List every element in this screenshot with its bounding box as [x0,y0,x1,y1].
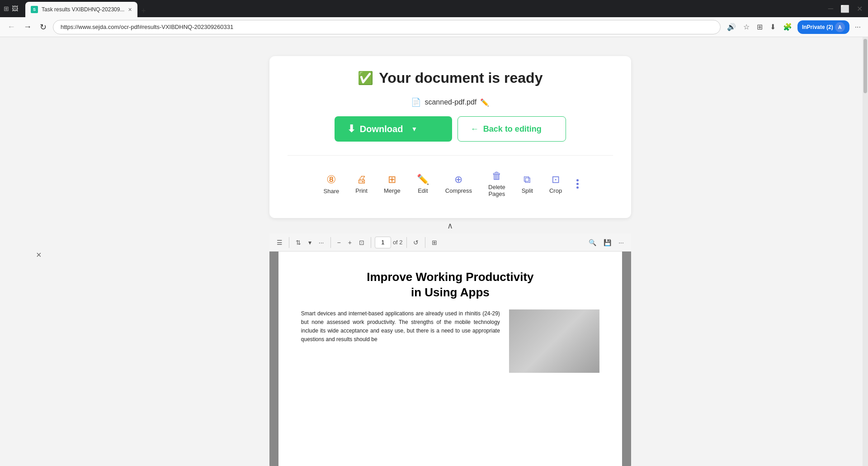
favorites-button[interactable]: ☆ [741,21,751,33]
window-close-button[interactable]: ✕ [855,3,864,15]
booklet-button[interactable]: ⊞ [429,237,440,248]
pdf-sort-dropdown-button[interactable]: ▾ [306,237,314,248]
pdf-viewer-toolbar: ☰ ⇅ ▾ ··· − + ⊡ of 2 ↺ ⊞ 🔍 💾 ··· [269,233,631,252]
separator [406,237,407,248]
tab-title: Task results VXIBDHNQ-202309... [42,6,124,13]
scrollbar[interactable] [863,37,868,466]
edit-button[interactable]: ✏️ Edit [410,170,436,198]
extensions-button[interactable]: 🧩 [781,21,794,33]
delete-pages-icon: 🗑 [492,170,502,182]
separator [425,237,425,248]
minimize-button[interactable]: ─ [826,3,835,15]
action-buttons: ⬇ Download ▼ ← Back to editing [288,116,613,142]
separator [289,237,289,248]
divider [288,155,613,156]
pdf-text: Smart devices and internet-based applica… [301,309,500,373]
merge-button[interactable]: ⊞ Merge [377,170,408,198]
refresh-button[interactable]: ↻ [38,20,48,34]
pdf-page: Improve Working Productivity in Using Ap… [278,252,622,466]
print-button[interactable]: 🖨 Print [348,170,375,198]
separator [330,237,331,248]
avatar: A [835,22,845,32]
pdf-body: Smart devices and internet-based applica… [301,309,599,373]
file-info: 📄 scanned-pdf.pdf ✏️ [288,97,613,107]
ready-header: ✅ Your document is ready [288,70,613,86]
delete-pages-button[interactable]: 🗑 DeletePages [481,166,513,201]
collapse-icon: ∧ [447,221,453,231]
scroll-thumb[interactable] [863,39,867,93]
maximize-button[interactable]: ⬜ [839,3,851,15]
browser-tab[interactable]: S Task results VXIBDHNQ-202309... × [25,2,137,17]
new-tab-button[interactable]: + [137,5,150,17]
read-aloud-button[interactable]: 🔊 [725,21,738,33]
download-button[interactable]: ⬇ Download ▼ [335,116,452,142]
back-arrow-icon: ← [471,124,479,134]
pdf-sort-button[interactable]: ⇅ [293,237,304,248]
address-bar: ← → ↻ 🔊 ☆ ⊞ ⬇ 🧩 InPrivate (2) A ··· [0,17,868,37]
compress-icon: ⊕ [454,174,462,185]
crop-icon: ⊡ [552,174,560,185]
sidebar-toggle-button[interactable]: ⊞ [755,21,764,33]
pdf-document-title: Improve Working Productivity in Using Ap… [301,270,599,300]
split-button[interactable]: ⧉ Split [514,170,540,198]
page-count: of 2 [393,239,403,246]
ready-title: Your document is ready [379,70,542,86]
sidebar [0,37,36,466]
save-button[interactable]: 💾 [601,237,614,248]
dot-icon [576,183,579,185]
overlay-close-button[interactable]: × [36,41,42,466]
pdf-more2-button[interactable]: ··· [616,237,627,248]
tab-close-button[interactable]: × [128,6,132,13]
inprivate-badge: InPrivate (2) A [797,20,849,34]
pdf-image [509,309,599,373]
edit-icon: ✏️ [417,174,429,185]
document-ready-card: ✅ Your document is ready 📄 scanned-pdf.p… [269,56,631,218]
rotate-button[interactable]: ↺ [410,237,421,248]
forward-nav-button[interactable]: → [22,20,33,33]
separator [371,237,371,248]
tab-favicon: S [31,6,38,13]
collapse-bar[interactable]: ∧ [444,218,456,233]
dot-icon [576,179,579,181]
browser-actions: 🔊 ☆ ⊞ ⬇ 🧩 InPrivate (2) A ··· [725,20,863,34]
merge-icon: ⊞ [388,174,396,185]
pdf-preview: Improve Working Productivity in Using Ap… [269,252,631,466]
download-icon: ⬇ [347,123,355,135]
share-icon: ⑧ [326,173,336,186]
split-icon: ⧉ [524,174,531,185]
pdf-thumbnails-button[interactable]: ☰ [274,237,285,248]
zoom-in-button[interactable]: + [345,237,354,248]
page-number-input[interactable] [375,237,391,248]
back-to-editing-button[interactable]: ← Back to editing [458,116,566,142]
zoom-out-button[interactable]: − [335,237,344,248]
share-button[interactable]: ⑧ Share [316,170,347,198]
pdf-more-button[interactable]: ··· [316,237,327,248]
dot-icon [576,186,579,189]
file-name: scanned-pdf.pdf [425,98,476,106]
fit-page-button[interactable]: ⊡ [356,237,367,248]
print-icon: 🖨 [357,174,367,185]
compress-button[interactable]: ⊕ Compress [438,170,479,198]
search-button[interactable]: 🔍 [586,237,599,248]
more-tools-button[interactable] [571,176,584,192]
crop-button[interactable]: ⊡ Crop [542,170,569,198]
back-nav-button[interactable]: ← [5,20,17,33]
file-icon: 📄 [411,97,421,107]
downloads-button[interactable]: ⬇ [768,21,778,33]
rename-icon[interactable]: ✏️ [480,98,489,107]
browser-titlebar: ⊞ 🖼 S Task results VXIBDHNQ-202309... × … [0,0,868,17]
check-icon: ✅ [358,71,373,86]
dropdown-arrow-icon: ▼ [411,125,417,133]
browser-more-button[interactable]: ··· [853,21,863,33]
address-input[interactable] [53,20,721,34]
tool-buttons: ⑧ Share 🖨 Print ⊞ Merge ✏️ Edit [288,166,613,201]
